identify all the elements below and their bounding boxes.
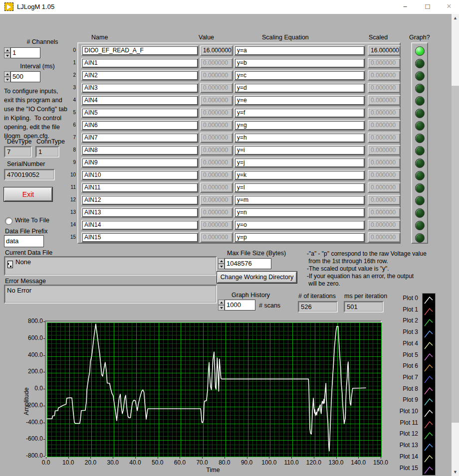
legend-line-swatch[interactable] <box>423 408 435 419</box>
scaled-display: 0.000000 <box>369 59 400 67</box>
channel-name-input[interactable]: AIN13 <box>82 208 198 217</box>
legend-line-swatch[interactable] <box>423 306 435 317</box>
legend-line-swatch[interactable] <box>423 396 435 407</box>
legend-line-swatch[interactable] <box>423 362 435 373</box>
scaling-equation-input[interactable]: y=e <box>235 96 364 105</box>
graph-enable-led[interactable] <box>415 96 425 106</box>
legend-line-swatch[interactable] <box>423 340 435 351</box>
scaling-equation-input[interactable]: y=a <box>235 46 364 55</box>
graph-enable-led[interactable] <box>415 221 425 230</box>
channel-name-input[interactable]: AIN15 <box>82 233 198 242</box>
exit-button[interactable]: Exit <box>4 187 52 201</box>
channel-name-input[interactable]: DIO0_EF_READ_A_F <box>82 46 198 55</box>
legend-line-swatch[interactable] <box>423 374 435 385</box>
legend-line-swatch[interactable] <box>423 430 435 441</box>
interval-stepper[interactable] <box>4 71 10 82</box>
decrement-icon[interactable] <box>4 53 10 58</box>
graph-enable-led[interactable] <box>415 233 425 243</box>
channel-name-input[interactable]: AIN10 <box>82 171 198 179</box>
legend-line-swatch[interactable] <box>423 453 435 464</box>
decrement-icon[interactable] <box>4 77 10 82</box>
increment-icon[interactable] <box>218 300 225 305</box>
legend-line-swatch[interactable] <box>423 385 435 396</box>
graph-enable-led[interactable] <box>415 84 425 93</box>
channel-name-input[interactable]: AIN12 <box>82 196 198 204</box>
legend-line-swatch[interactable] <box>423 317 435 328</box>
channel-name-input[interactable]: AIN4 <box>82 96 198 105</box>
channel-name-input[interactable]: AIN14 <box>82 221 198 229</box>
vertical-scrollbar[interactable]: ▲ ▼ <box>452 14 459 476</box>
graph-history-input[interactable]: 1000 <box>225 300 255 311</box>
graph-enable-led[interactable] <box>415 59 425 68</box>
channel-name-input[interactable]: AIN3 <box>82 84 198 92</box>
interval-input[interactable]: 500 <box>10 71 40 82</box>
channel-name-input[interactable]: AIN5 <box>82 109 198 117</box>
scaling-equation-input[interactable]: y=k <box>235 171 364 179</box>
scroll-up-icon[interactable]: ▲ <box>452 14 459 22</box>
ms-per-iteration-label: ms per iteration <box>344 293 387 300</box>
graph-enable-led[interactable] <box>415 109 425 118</box>
change-working-directory-button[interactable]: Change Working Directory <box>217 272 297 283</box>
channel-name-input[interactable]: AIN6 <box>82 121 198 130</box>
legend-line-swatch[interactable] <box>423 442 435 453</box>
scroll-down-icon[interactable]: ▼ <box>452 468 459 476</box>
channels-input[interactable]: 1 <box>10 47 40 58</box>
scaling-equation-input[interactable]: y=m <box>235 196 364 204</box>
scaling-equation-input[interactable]: y=j <box>235 159 364 167</box>
minimize-icon[interactable]: – <box>394 0 416 14</box>
graph-enable-led[interactable] <box>415 171 425 180</box>
scaling-equation-input[interactable]: y=c <box>235 71 364 80</box>
graph-enable-led[interactable] <box>415 208 425 218</box>
max-file-size-input[interactable]: 1048576 <box>225 258 271 269</box>
channel-name-input[interactable]: AIN2 <box>82 71 198 80</box>
max-file-size-stepper[interactable] <box>218 258 225 269</box>
graph-enable-led[interactable] <box>415 134 425 143</box>
graph-history-stepper[interactable] <box>218 300 225 311</box>
legend-line-swatch[interactable] <box>423 351 435 362</box>
channel-name-input[interactable]: AIN9 <box>82 159 198 167</box>
graph-enable-led[interactable] <box>415 159 425 168</box>
channel-name-input[interactable]: AIN7 <box>82 134 198 142</box>
scaling-equation-input[interactable]: y=f <box>235 109 364 117</box>
scaling-equation-input[interactable]: y=p <box>235 233 364 242</box>
scaling-equation-input[interactable]: y=b <box>235 59 364 67</box>
channel-name-input[interactable]: AIN11 <box>82 183 198 192</box>
scaling-equation-input[interactable]: y=d <box>235 84 364 92</box>
scaling-equation-input[interactable]: y=g <box>235 121 364 130</box>
devtype-label: DevType <box>7 138 31 145</box>
graph-enable-led[interactable] <box>415 46 425 56</box>
y-tick-label: 400.0 <box>19 351 43 358</box>
scaling-equation-input[interactable]: y=i <box>235 146 364 155</box>
scaling-equation-input[interactable]: y=h <box>235 134 364 142</box>
close-icon[interactable]: ✕ <box>439 0 459 14</box>
scaling-equation-input[interactable]: y=l <box>235 183 364 192</box>
table-row: 5 AIN5 0.000000 y=f 0.000000 <box>68 108 402 118</box>
legend-label: Plot 3 <box>389 328 418 335</box>
maximize-icon[interactable]: □ <box>417 0 439 14</box>
graph-enable-led[interactable] <box>415 196 425 205</box>
write-to-file-radio[interactable] <box>5 217 12 225</box>
channel-name-input[interactable]: AIN8 <box>82 146 198 155</box>
graph-enable-led[interactable] <box>415 121 425 131</box>
graph-enable-led[interactable] <box>415 146 425 156</box>
increment-icon[interactable] <box>4 71 10 77</box>
data-file-prefix-input[interactable]: data <box>4 235 44 247</box>
value-display: 0.000000 <box>201 208 232 217</box>
channels-stepper[interactable] <box>4 47 10 58</box>
graph-enable-led[interactable] <box>415 71 425 81</box>
legend-line-swatch[interactable] <box>423 419 435 430</box>
increment-icon[interactable] <box>218 258 225 264</box>
channel-name-input[interactable]: AIN1 <box>82 59 198 67</box>
legend-line-swatch[interactable] <box>423 295 435 306</box>
decrement-icon[interactable] <box>218 264 225 269</box>
legend-line-swatch[interactable] <box>423 465 435 476</box>
decrement-icon[interactable] <box>218 305 225 311</box>
scaling-equation-input[interactable]: y=o <box>235 221 364 229</box>
graph-enable-led[interactable] <box>415 183 425 193</box>
x-tick-label: 130.0 <box>324 459 348 466</box>
browse-path-icon[interactable] <box>7 261 13 268</box>
scrollbar-thumb[interactable] <box>452 86 459 423</box>
increment-icon[interactable] <box>4 47 10 53</box>
scaling-equation-input[interactable]: y=n <box>235 208 364 217</box>
legend-line-swatch[interactable] <box>423 328 435 339</box>
